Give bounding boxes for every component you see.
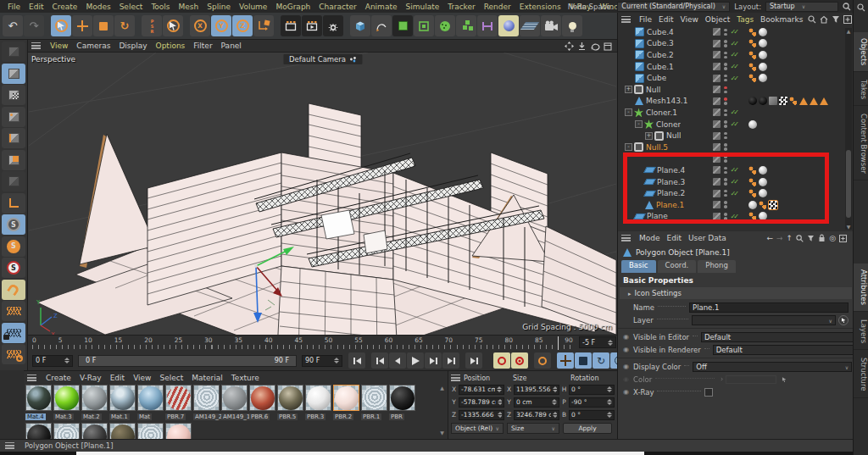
add-panel-icon[interactable] — [839, 235, 847, 242]
object-name[interactable]: Cube.3 — [647, 39, 674, 47]
home-icon[interactable] — [820, 15, 828, 24]
attribute-tab[interactable]: Phong — [698, 260, 736, 273]
material-tile[interactable]: PBR.6 — [249, 385, 276, 421]
target-icon[interactable]: ◎ — [829, 234, 836, 242]
standard-tags[interactable] — [748, 28, 769, 36]
workplane-grid-button[interactable] — [2, 301, 25, 321]
spinner-icon[interactable] — [607, 412, 612, 418]
rotate-tool[interactable]: ↻ — [114, 15, 135, 36]
object-name[interactable]: Cube.4 — [647, 28, 674, 36]
size-field[interactable]: 3246.789 cm — [514, 410, 559, 420]
spinner-icon[interactable] — [608, 340, 613, 346]
material-tile[interactable]: AM149_1 — [221, 385, 248, 421]
move-tool[interactable] — [72, 15, 92, 36]
menu-item[interactable]: Animate — [361, 3, 402, 11]
edge-mode-button[interactable] — [2, 128, 25, 148]
last-tool-button[interactable] — [163, 15, 183, 36]
snap-settings-button[interactable]: S — [2, 258, 25, 278]
visibility-dots[interactable] — [724, 52, 727, 59]
viewport-menu-item[interactable]: Cameras — [72, 42, 114, 50]
light-button[interactable] — [562, 15, 582, 36]
panel-tab[interactable]: Structure — [854, 352, 868, 398]
layer-toggle[interactable] — [713, 97, 721, 105]
visibility-dots[interactable] — [724, 75, 727, 82]
size-mode-select[interactable]: Size — [507, 423, 559, 434]
object-name[interactable]: Null.5 — [646, 143, 668, 152]
object-name[interactable]: Null — [646, 86, 660, 94]
play-button[interactable] — [407, 352, 424, 369]
cloner-button[interactable] — [456, 15, 476, 36]
om-menu-item[interactable]: Bookmarks — [757, 15, 806, 24]
spinner-icon[interactable] — [607, 399, 612, 405]
spinner-icon[interactable] — [497, 386, 502, 392]
spinner-icon[interactable] — [552, 399, 557, 405]
key-scale-button[interactable] — [575, 352, 592, 369]
material-tile[interactable]: PBR.1 — [361, 385, 388, 421]
panel-tab[interactable]: Attributes — [854, 264, 868, 312]
layer-toggle[interactable] — [713, 40, 721, 47]
connector-button[interactable] — [477, 15, 498, 36]
layer-toggle[interactable] — [713, 63, 721, 70]
z-axis-lock[interactable]: Z — [232, 15, 253, 36]
menu-item[interactable]: Mesh — [175, 3, 203, 11]
visibility-dots[interactable] — [724, 40, 727, 47]
material-tile[interactable] — [81, 423, 108, 439]
viewport-menu-item[interactable]: View — [46, 42, 72, 50]
object-row[interactable]: Mesh143.1 — [618, 96, 847, 108]
expand-toggle[interactable]: + — [645, 132, 653, 140]
scale-tool[interactable] — [93, 15, 114, 36]
object-name[interactable]: Cloner.1 — [646, 108, 677, 117]
material-tag[interactable] — [748, 120, 759, 129]
psr-tool[interactable]: PSR — [142, 15, 162, 36]
menu-item[interactable]: Select — [115, 3, 147, 11]
playhead-marker[interactable] — [558, 336, 559, 350]
material-menu-item[interactable]: Select — [155, 374, 187, 382]
y-axis-lock[interactable]: Y — [211, 15, 231, 36]
layer-toggle[interactable] — [713, 51, 721, 58]
material-tile[interactable]: Mat.4 — [25, 385, 53, 421]
display-color-select[interactable]: Off — [693, 362, 852, 372]
menu-item[interactable]: Simulate — [401, 3, 443, 11]
expand-toggle[interactable]: - — [625, 143, 632, 151]
goto-start-button[interactable] — [348, 352, 365, 369]
key-rotation-button[interactable]: ↻ — [593, 352, 609, 369]
material-tile[interactable]: AM149_2 — [193, 385, 220, 421]
viewport-menu-item[interactable]: Filter — [189, 42, 216, 50]
anim-dot-icon[interactable] — [623, 346, 633, 353]
om-menu-item[interactable]: Tags — [733, 15, 757, 24]
material-tile[interactable]: Mat.2 — [81, 385, 108, 421]
menu-item[interactable]: Edit — [25, 3, 47, 11]
menu-item[interactable]: File — [3, 3, 25, 11]
anim-dot-icon[interactable] — [623, 363, 633, 370]
dolly-view-icon[interactable] — [577, 42, 587, 51]
expand-toggle[interactable]: + — [625, 86, 632, 93]
menu-item[interactable]: Create — [48, 3, 82, 11]
material-tile[interactable]: Mat.3 — [53, 385, 81, 421]
am-menu-item[interactable]: Edit — [664, 234, 685, 242]
material-tile[interactable]: PBR.2 — [333, 385, 360, 421]
next-frame-button[interactable] — [425, 352, 442, 369]
spinner-icon[interactable] — [334, 358, 339, 363]
menu-item[interactable]: MoGraph — [271, 3, 314, 11]
object-row[interactable]: + Null — [618, 130, 847, 141]
material-tile[interactable]: Mat.1 — [109, 385, 136, 421]
material-tile[interactable] — [53, 423, 81, 439]
position-field[interactable]: -578.789 cm — [459, 397, 504, 408]
hamburger-icon[interactable] — [621, 235, 631, 241]
position-field[interactable]: -78.631 cm — [459, 385, 504, 395]
panel-tab[interactable]: Layers — [854, 314, 868, 350]
render-picture-viewer-button[interactable] — [302, 15, 322, 36]
object-row[interactable]: - Null.5 — [618, 141, 847, 153]
search-icon[interactable] — [796, 235, 804, 242]
enabled-check-icon[interactable] — [731, 108, 737, 116]
om-menu-item[interactable]: View — [677, 15, 702, 24]
render-view-button[interactable] — [281, 15, 301, 36]
material-tile[interactable]: PBR.5 — [277, 385, 304, 421]
hamburger-icon[interactable] — [451, 375, 460, 381]
polygon-mode-button[interactable] — [2, 150, 25, 170]
spinner-icon[interactable] — [64, 358, 70, 363]
panel-tab[interactable]: Content Browser — [854, 108, 868, 180]
add-panel-icon[interactable] — [843, 15, 852, 24]
x-axis-lock[interactable]: X — [190, 15, 210, 36]
standard-tags[interactable] — [748, 39, 769, 47]
